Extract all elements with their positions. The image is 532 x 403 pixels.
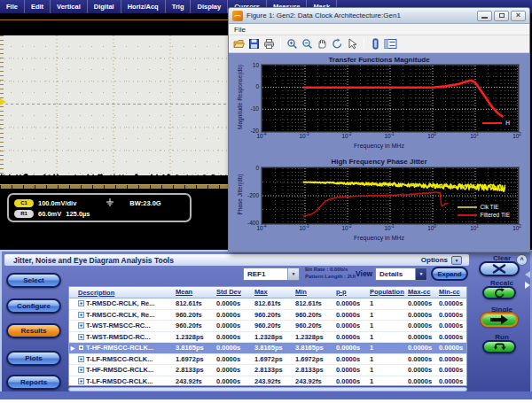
- menu-item-vertical[interactable]: Vertical: [51, 0, 88, 13]
- expand-button[interactable]: Expand: [431, 267, 468, 281]
- table-row[interactable]: ▶+T-HF-RMSCC-RCLK...3.8165ps0.0000s3.816…: [69, 343, 466, 354]
- plot1-xlabel: Frequency in MHz: [229, 143, 529, 149]
- source-select[interactable]: REF1 ▼: [243, 267, 300, 281]
- print-icon[interactable]: [262, 37, 276, 50]
- channel-position-marker[interactable]: [0, 98, 6, 105]
- expand-row-icon[interactable]: +: [78, 345, 84, 351]
- ref1-badge[interactable]: R1: [14, 210, 34, 218]
- column-header-population[interactable]: Population: [368, 287, 406, 298]
- table-row[interactable]: +T-RMSCC-RCLK, Re...960.20fs0.0000s960.2…: [69, 310, 466, 322]
- cell-max_cc: 0.0000s: [406, 376, 437, 387]
- figure-title: Figure 1: Gen2: Data Clock Architectectu…: [246, 12, 475, 19]
- clear-x-icon: [492, 264, 506, 274]
- legend-entry-label: H: [505, 120, 510, 126]
- recalc-button[interactable]: [482, 286, 516, 299]
- selected-row-marker: [69, 376, 76, 387]
- column-header-max-cc[interactable]: Max-cc: [406, 287, 437, 298]
- measurement-description: T-RMSDC-RCLK, Re...: [86, 299, 155, 307]
- figure-title-bar[interactable]: Figure 1: Gen2: Data Clock Architectectu…: [229, 8, 529, 24]
- menu-item-display[interactable]: Display: [191, 0, 228, 13]
- cell-max: 960.20fs: [253, 321, 293, 331]
- cell-population: 1: [368, 332, 406, 343]
- column-header-min[interactable]: Min: [293, 287, 334, 298]
- nav-button-results[interactable]: Results: [6, 323, 61, 338]
- chevron-down-icon[interactable]: ▼: [287, 268, 299, 280]
- nav-button-reports[interactable]: Reports: [6, 375, 61, 390]
- x-tick-label: 100: [422, 132, 442, 139]
- acquisition-controls: ^ ClearRecalcSingleRun: [470, 252, 532, 393]
- minimize-button[interactable]: [477, 11, 492, 21]
- nav-button-plots[interactable]: Plots: [6, 351, 61, 366]
- table-row[interactable]: +T-LF-RMSDC-RCLK...243.92fs0.0000s243.92…: [69, 376, 466, 387]
- expand-row-icon[interactable]: +: [78, 356, 84, 362]
- selected-row-marker: [69, 298, 76, 309]
- pan-icon[interactable]: [316, 37, 329, 50]
- ref1-timebase: 125.0µs: [66, 210, 90, 218]
- x-tick-label: 100: [422, 224, 442, 231]
- expand-row-icon[interactable]: +: [78, 378, 84, 384]
- cell-p_p: 0.0000s: [334, 310, 368, 321]
- save-icon[interactable]: [247, 37, 261, 50]
- legend-line: [458, 214, 477, 216]
- zoom-in-icon[interactable]: [286, 37, 299, 50]
- restore-button[interactable]: [494, 11, 509, 21]
- table-row[interactable]: +T-HF-RMSDC-RCLK...2.8133ps0.0000s2.8133…: [69, 365, 466, 376]
- view-select[interactable]: Details ▼: [375, 267, 427, 281]
- cell-std_dev: 0.0000s: [215, 298, 253, 309]
- legend-entry-label: Filtered TIE: [481, 212, 510, 218]
- nav-button-select[interactable]: Select: [6, 273, 61, 288]
- selected-row-marker: [69, 354, 76, 365]
- table-row[interactable]: +T-LF-RMSCC-RCLK...1.6972ps0.0000s1.6972…: [69, 354, 466, 366]
- expand-row-icon[interactable]: +: [78, 322, 84, 329]
- cell-max_cc: 0.0000s: [406, 332, 437, 343]
- table-row[interactable]: +T-WST-RMSDC-RC...1.2328ps0.0000s1.2328p…: [69, 332, 466, 344]
- channel1-badge[interactable]: C1: [14, 199, 34, 207]
- rotate-icon[interactable]: [331, 37, 344, 50]
- nav-button-configure[interactable]: Configure: [6, 298, 61, 314]
- plot2-title: High Frequency Phase Jitter: [229, 158, 529, 166]
- single-button[interactable]: [481, 313, 518, 327]
- expand-row-icon[interactable]: +: [78, 367, 84, 373]
- nav-left-arrow-icon[interactable]: [525, 271, 530, 278]
- legend-icon[interactable]: [384, 37, 397, 50]
- expand-row-icon[interactable]: +: [78, 312, 84, 318]
- menu-item-digital[interactable]: Digital: [88, 0, 121, 13]
- plot2-area[interactable]: Clk TIEFiltered TIE: [262, 167, 519, 224]
- options-label: Options: [421, 256, 448, 264]
- colorbar-icon[interactable]: [369, 37, 382, 50]
- column-header-std-dev[interactable]: Std Dev: [215, 287, 253, 298]
- x-tick-label: 10-4: [252, 224, 271, 231]
- menu-item-edit[interactable]: Edit: [25, 0, 51, 13]
- column-header-description[interactable]: Description: [76, 287, 174, 298]
- column-header-mean[interactable]: Mean: [174, 287, 215, 298]
- cell-mean: 960.20fs: [174, 321, 215, 331]
- close-button[interactable]: ×: [511, 11, 526, 21]
- measurement-description: T-LF-RMSCC-RCLK...: [86, 355, 153, 363]
- y-tick-label: 0: [243, 165, 259, 171]
- zoom-out-icon[interactable]: [301, 37, 314, 50]
- figure-menu-file[interactable]: File: [234, 26, 246, 34]
- expand-row-icon[interactable]: +: [78, 300, 84, 306]
- table-horizontal-scrollbar[interactable]: [68, 387, 467, 391]
- table-row[interactable]: +T-RMSDC-RCLK, Re...812.61fs0.0000s812.6…: [69, 298, 466, 310]
- column-header-p-p[interactable]: p-p: [334, 287, 368, 298]
- menu-item-trig[interactable]: Trig: [166, 0, 192, 13]
- column-header-max[interactable]: Max: [253, 287, 293, 298]
- expand-row-icon[interactable]: +: [78, 334, 84, 340]
- options-dropdown-button[interactable]: ▼: [451, 256, 462, 265]
- open-icon[interactable]: [232, 37, 246, 50]
- run-button[interactable]: [482, 340, 516, 353]
- column-header-min-cc[interactable]: Min-cc: [437, 287, 467, 298]
- cell-max_cc: 0.0000s: [406, 365, 437, 376]
- menu-item-horiz-acq[interactable]: Horiz/Acq: [121, 0, 166, 13]
- figure-canvas: Transfer Functions Magnitude Magnitude R…: [229, 53, 529, 252]
- chevron-down-icon[interactable]: ▼: [415, 268, 426, 280]
- clear-button[interactable]: [479, 261, 520, 276]
- bit-rate-info: Bit Rate : 0.00b/s Pattern Length : 2UI: [305, 266, 356, 280]
- graticule-grid: [0, 35, 228, 175]
- data-cursor-icon[interactable]: [346, 37, 359, 50]
- cell-max_cc: 0.0000s: [406, 321, 437, 331]
- menu-item-file[interactable]: File: [0, 0, 25, 13]
- plot1-area[interactable]: H: [262, 65, 519, 132]
- table-row[interactable]: +T-WST-RMSCC-RC...960.20fs0.0000s960.20f…: [69, 321, 466, 332]
